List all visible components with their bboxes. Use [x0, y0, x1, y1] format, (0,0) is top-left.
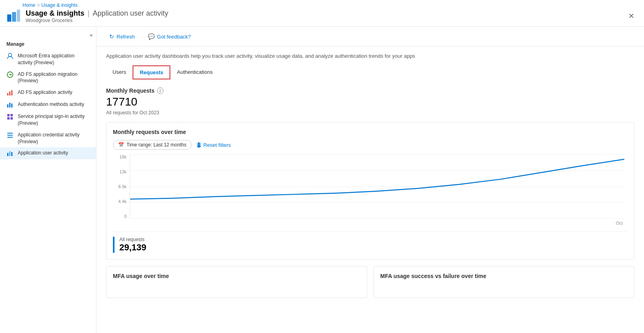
svg-rect-19	[9, 151, 10, 156]
feedback-button[interactable]: 💬 Got feedback?	[145, 32, 194, 41]
stats-area: Monthly Requests i 17710 All requests fo…	[106, 87, 634, 116]
time-range-filter[interactable]: 📅 Time range: Last 12 months	[113, 140, 192, 150]
chart-filters: 📅 Time range: Last 12 months ⛇ Reset fil…	[113, 140, 628, 150]
sidebar-item-label: Authentication methods activity	[18, 101, 84, 108]
svg-rect-12	[10, 114, 13, 116]
breadcrumb-separator: >	[37, 2, 40, 8]
svg-rect-11	[7, 114, 10, 116]
legend-value: 29,139	[119, 242, 146, 253]
svg-rect-10	[11, 104, 12, 108]
tab-users[interactable]: Users	[106, 65, 133, 79]
svg-point-3	[8, 53, 12, 57]
mfa-usage-title: MFA usage over time	[113, 273, 360, 279]
legend-bar	[113, 237, 114, 253]
y-label-13k: 13k	[113, 169, 128, 174]
breadcrumb-home[interactable]: Home	[22, 2, 35, 8]
tabs-container: Users Requests Authentications	[106, 65, 634, 79]
y-label-0: 0	[113, 214, 128, 219]
info-icon[interactable]: i	[157, 87, 164, 94]
sidebar-item-label: Application credential activity (Preview…	[18, 132, 90, 145]
legend-text: All requests 29,139	[119, 237, 146, 253]
svg-rect-14	[10, 117, 13, 120]
chart-plot-area: Oct	[130, 154, 624, 219]
sidebar-item-auth-methods[interactable]: Authentication methods activity	[0, 99, 96, 111]
sidebar-collapse-btn[interactable]: «	[90, 32, 93, 38]
sidebar-item-label: Service principal sign-in activity (Prev…	[18, 113, 90, 127]
stat-title: Monthly Requests i	[106, 87, 634, 94]
svg-rect-13	[7, 117, 10, 120]
svg-rect-6	[9, 91, 10, 95]
person-icon	[6, 53, 14, 60]
chart-icon	[6, 101, 14, 108]
svg-rect-20	[11, 152, 12, 156]
sidebar-item-label: Microsoft Entra application activity (Pr…	[18, 53, 90, 66]
y-label-8.9k: 8.9k	[113, 184, 128, 189]
list-icon	[6, 132, 14, 139]
refresh-button[interactable]: ↻ Refresh	[106, 32, 138, 41]
sidebar: « Manage Microsoft Entra application act…	[0, 27, 96, 333]
app-logo	[6, 9, 21, 23]
sidebar-section-manage: Manage	[0, 40, 96, 50]
refresh-icon: ↻	[109, 33, 114, 40]
reset-filters-button[interactable]: ⛇ Reset filters	[196, 142, 231, 148]
legend-label: All requests	[119, 237, 146, 242]
sidebar-item-adfs-activity[interactable]: AD FS application activity	[0, 87, 96, 99]
chart-section: Monthly requests over time 📅 Time range:…	[106, 122, 634, 260]
tab-authentications[interactable]: Authentications	[170, 65, 219, 79]
mfa-success-failure-title: MFA usage success vs failure over time	[380, 273, 628, 279]
y-label-18k: 18k	[113, 154, 128, 159]
chart-title: Monthly requests over time	[113, 129, 628, 135]
svg-rect-15	[7, 133, 13, 134]
title-separator: |	[88, 9, 90, 18]
page-title: Usage & insights	[26, 9, 84, 18]
migrate-icon	[6, 71, 14, 78]
svg-rect-9	[9, 103, 10, 108]
mfa-success-failure-panel: MFA usage success vs failure over time	[374, 266, 635, 298]
feedback-icon: 💬	[148, 33, 155, 40]
sidebar-item-entra-activity[interactable]: Microsoft Entra application activity (Pr…	[0, 50, 96, 69]
page-description: Application user activity dashboards hel…	[106, 53, 634, 59]
sidebar-item-label: AD FS application migration (Preview)	[18, 71, 90, 85]
svg-rect-16	[7, 135, 13, 136]
sidebar-item-adfs-migration[interactable]: AD FS application migration (Preview)	[0, 69, 96, 87]
svg-rect-1	[12, 12, 16, 22]
page-subtitle: Application user activity	[93, 9, 168, 18]
tab-requests[interactable]: Requests	[133, 65, 171, 79]
svg-rect-0	[7, 14, 11, 22]
sidebar-item-app-credential[interactable]: Application credential activity (Preview…	[0, 129, 96, 148]
sidebar-item-label: AD FS application activity	[18, 89, 72, 96]
svg-rect-17	[7, 137, 13, 138]
sidebar-item-app-user[interactable]: Application user activity	[0, 147, 96, 159]
svg-rect-18	[7, 153, 8, 156]
y-label-4.4k: 4.4k	[113, 199, 128, 204]
close-button[interactable]: ✕	[625, 10, 638, 22]
sidebar-item-sp-signin[interactable]: Service principal sign-in activity (Prev…	[0, 111, 96, 129]
chart-y-labels: 18k 13k 8.9k 4.4k 0	[113, 154, 128, 219]
grid-icon	[6, 113, 14, 120]
svg-rect-7	[11, 90, 12, 95]
main-content: ↻ Refresh 💬 Got feedback? Application us…	[96, 27, 644, 333]
chart-legend: All requests 29,139	[113, 231, 628, 253]
breadcrumb-current: Usage & insights	[41, 2, 78, 8]
stat-subtitle: All requests for Oct 2023	[106, 110, 634, 116]
calendar-icon: 📅	[118, 142, 124, 148]
toolbar: ↻ Refresh 💬 Got feedback?	[96, 27, 644, 47]
activity-icon	[6, 89, 14, 96]
sidebar-item-label: Application user activity	[18, 150, 68, 156]
stat-number: 17710	[106, 95, 634, 108]
mfa-usage-panel: MFA usage over time	[106, 266, 367, 298]
svg-rect-8	[7, 104, 8, 108]
chart-area: 18k 13k 8.9k 4.4k 0	[113, 154, 628, 227]
chart-x-label: Oct	[616, 221, 623, 225]
line-chart-svg	[130, 154, 624, 218]
bottom-panels: MFA usage over time MFA usage success vs…	[106, 266, 634, 298]
user-chart-icon	[6, 150, 14, 157]
filter-icon: ⛇	[196, 142, 202, 148]
org-name: Woodgrove Groceries	[26, 18, 168, 23]
svg-rect-2	[17, 10, 20, 22]
svg-rect-5	[7, 93, 8, 95]
